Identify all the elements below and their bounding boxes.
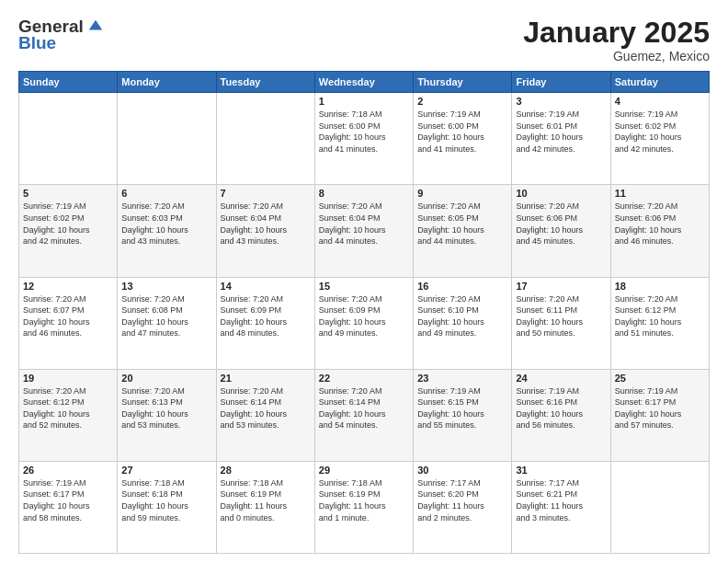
calendar-cell: 28Sunrise: 7:18 AM Sunset: 6:19 PM Dayli… bbox=[216, 461, 314, 553]
weekday-header-row: SundayMondayTuesdayWednesdayThursdayFrid… bbox=[19, 72, 710, 93]
day-info: Sunrise: 7:19 AM Sunset: 6:16 PM Dayligh… bbox=[516, 385, 606, 431]
day-info: Sunrise: 7:20 AM Sunset: 6:14 PM Dayligh… bbox=[319, 385, 409, 431]
day-number: 19 bbox=[23, 373, 113, 384]
calendar-cell: 12Sunrise: 7:20 AM Sunset: 6:07 PM Dayli… bbox=[19, 277, 118, 369]
day-info: Sunrise: 7:20 AM Sunset: 6:12 PM Dayligh… bbox=[23, 385, 113, 431]
day-info: Sunrise: 7:20 AM Sunset: 6:04 PM Dayligh… bbox=[319, 201, 409, 247]
day-number: 9 bbox=[417, 188, 507, 199]
logo-blue: Blue bbox=[18, 33, 56, 53]
day-number: 24 bbox=[516, 373, 606, 384]
calendar-cell: 5Sunrise: 7:19 AM Sunset: 6:02 PM Daylig… bbox=[19, 185, 118, 277]
day-info: Sunrise: 7:20 AM Sunset: 6:10 PM Dayligh… bbox=[417, 293, 507, 339]
day-number: 25 bbox=[615, 373, 705, 384]
day-number: 10 bbox=[516, 188, 606, 199]
day-info: Sunrise: 7:18 AM Sunset: 6:19 PM Dayligh… bbox=[221, 477, 311, 523]
calendar-cell: 14Sunrise: 7:20 AM Sunset: 6:09 PM Dayli… bbox=[216, 277, 314, 369]
day-number: 18 bbox=[615, 281, 705, 292]
day-number: 7 bbox=[221, 188, 311, 199]
day-info: Sunrise: 7:18 AM Sunset: 6:00 PM Dayligh… bbox=[319, 109, 409, 155]
day-number: 21 bbox=[221, 373, 311, 384]
calendar-cell: 2Sunrise: 7:19 AM Sunset: 6:00 PM Daylig… bbox=[414, 93, 512, 185]
day-number: 5 bbox=[23, 188, 113, 199]
calendar-cell: 13Sunrise: 7:20 AM Sunset: 6:08 PM Dayli… bbox=[118, 277, 216, 369]
day-number: 14 bbox=[221, 281, 311, 292]
calendar-cell: 24Sunrise: 7:19 AM Sunset: 6:16 PM Dayli… bbox=[512, 369, 610, 461]
weekday-header: Saturday bbox=[610, 72, 709, 93]
day-info: Sunrise: 7:20 AM Sunset: 6:11 PM Dayligh… bbox=[516, 293, 606, 339]
header: General Blue January 2025 Guemez, Mexico bbox=[18, 17, 710, 63]
day-info: Sunrise: 7:19 AM Sunset: 6:00 PM Dayligh… bbox=[417, 109, 507, 155]
calendar-cell: 25Sunrise: 7:19 AM Sunset: 6:17 PM Dayli… bbox=[610, 369, 709, 461]
day-number: 17 bbox=[516, 281, 606, 292]
calendar-cell bbox=[216, 93, 314, 185]
calendar-cell: 9Sunrise: 7:20 AM Sunset: 6:05 PM Daylig… bbox=[414, 185, 512, 277]
day-info: Sunrise: 7:20 AM Sunset: 6:06 PM Dayligh… bbox=[615, 201, 705, 247]
day-info: Sunrise: 7:18 AM Sunset: 6:18 PM Dayligh… bbox=[121, 477, 211, 523]
day-number: 20 bbox=[121, 373, 211, 384]
calendar-cell: 22Sunrise: 7:20 AM Sunset: 6:14 PM Dayli… bbox=[314, 369, 413, 461]
day-number: 13 bbox=[121, 281, 211, 292]
calendar-cell: 7Sunrise: 7:20 AM Sunset: 6:04 PM Daylig… bbox=[216, 185, 314, 277]
day-info: Sunrise: 7:19 AM Sunset: 6:15 PM Dayligh… bbox=[417, 385, 507, 431]
calendar-week-row: 19Sunrise: 7:20 AM Sunset: 6:12 PM Dayli… bbox=[19, 369, 710, 461]
day-info: Sunrise: 7:20 AM Sunset: 6:08 PM Dayligh… bbox=[121, 293, 211, 339]
calendar-cell: 27Sunrise: 7:18 AM Sunset: 6:18 PM Dayli… bbox=[118, 461, 216, 553]
day-number: 16 bbox=[417, 281, 507, 292]
day-info: Sunrise: 7:17 AM Sunset: 6:21 PM Dayligh… bbox=[516, 477, 606, 523]
day-number: 22 bbox=[319, 373, 409, 384]
day-info: Sunrise: 7:20 AM Sunset: 6:13 PM Dayligh… bbox=[121, 385, 211, 431]
day-info: Sunrise: 7:19 AM Sunset: 6:01 PM Dayligh… bbox=[516, 109, 606, 155]
calendar-week-row: 12Sunrise: 7:20 AM Sunset: 6:07 PM Dayli… bbox=[19, 277, 710, 369]
day-info: Sunrise: 7:20 AM Sunset: 6:03 PM Dayligh… bbox=[121, 201, 211, 247]
weekday-header: Thursday bbox=[414, 72, 512, 93]
svg-marker-0 bbox=[89, 20, 102, 30]
calendar-cell: 30Sunrise: 7:17 AM Sunset: 6:20 PM Dayli… bbox=[414, 461, 512, 553]
calendar-cell: 18Sunrise: 7:20 AM Sunset: 6:12 PM Dayli… bbox=[610, 277, 709, 369]
day-number: 30 bbox=[417, 465, 507, 476]
calendar-cell: 23Sunrise: 7:19 AM Sunset: 6:15 PM Dayli… bbox=[414, 369, 512, 461]
day-number: 23 bbox=[417, 373, 507, 384]
page: General Blue January 2025 Guemez, Mexico… bbox=[0, 0, 728, 563]
calendar-cell: 6Sunrise: 7:20 AM Sunset: 6:03 PM Daylig… bbox=[118, 185, 216, 277]
day-info: Sunrise: 7:19 AM Sunset: 6:17 PM Dayligh… bbox=[615, 385, 705, 431]
calendar-cell: 1Sunrise: 7:18 AM Sunset: 6:00 PM Daylig… bbox=[314, 93, 413, 185]
day-number: 28 bbox=[221, 465, 311, 476]
calendar-title: January 2025 bbox=[523, 17, 710, 49]
day-info: Sunrise: 7:19 AM Sunset: 6:17 PM Dayligh… bbox=[23, 477, 113, 523]
day-number: 4 bbox=[615, 96, 705, 107]
day-number: 2 bbox=[417, 96, 507, 107]
logo-icon bbox=[87, 18, 104, 35]
day-info: Sunrise: 7:18 AM Sunset: 6:19 PM Dayligh… bbox=[319, 477, 409, 523]
calendar-week-row: 1Sunrise: 7:18 AM Sunset: 6:00 PM Daylig… bbox=[19, 93, 710, 185]
calendar-cell: 4Sunrise: 7:19 AM Sunset: 6:02 PM Daylig… bbox=[610, 93, 709, 185]
day-info: Sunrise: 7:20 AM Sunset: 6:09 PM Dayligh… bbox=[319, 293, 409, 339]
day-number: 6 bbox=[121, 188, 211, 199]
title-block: January 2025 Guemez, Mexico bbox=[523, 17, 710, 63]
weekday-header: Wednesday bbox=[314, 72, 413, 93]
calendar-week-row: 5Sunrise: 7:19 AM Sunset: 6:02 PM Daylig… bbox=[19, 185, 710, 277]
logo: General Blue bbox=[18, 17, 104, 53]
day-info: Sunrise: 7:17 AM Sunset: 6:20 PM Dayligh… bbox=[417, 477, 507, 523]
calendar-cell: 19Sunrise: 7:20 AM Sunset: 6:12 PM Dayli… bbox=[19, 369, 118, 461]
day-number: 31 bbox=[516, 465, 606, 476]
calendar-cell: 16Sunrise: 7:20 AM Sunset: 6:10 PM Dayli… bbox=[414, 277, 512, 369]
weekday-header: Monday bbox=[118, 72, 216, 93]
day-info: Sunrise: 7:20 AM Sunset: 6:09 PM Dayligh… bbox=[221, 293, 311, 339]
day-number: 8 bbox=[319, 188, 409, 199]
calendar-cell: 29Sunrise: 7:18 AM Sunset: 6:19 PM Dayli… bbox=[314, 461, 413, 553]
day-number: 15 bbox=[319, 281, 409, 292]
calendar-cell: 3Sunrise: 7:19 AM Sunset: 6:01 PM Daylig… bbox=[512, 93, 610, 185]
calendar-cell: 15Sunrise: 7:20 AM Sunset: 6:09 PM Dayli… bbox=[314, 277, 413, 369]
day-info: Sunrise: 7:20 AM Sunset: 6:05 PM Dayligh… bbox=[417, 201, 507, 247]
calendar-cell bbox=[118, 93, 216, 185]
calendar-cell bbox=[19, 93, 118, 185]
day-info: Sunrise: 7:20 AM Sunset: 6:04 PM Dayligh… bbox=[221, 201, 311, 247]
day-number: 26 bbox=[23, 465, 113, 476]
calendar-cell: 10Sunrise: 7:20 AM Sunset: 6:06 PM Dayli… bbox=[512, 185, 610, 277]
day-info: Sunrise: 7:19 AM Sunset: 6:02 PM Dayligh… bbox=[615, 109, 705, 155]
calendar-cell: 21Sunrise: 7:20 AM Sunset: 6:14 PM Dayli… bbox=[216, 369, 314, 461]
day-info: Sunrise: 7:20 AM Sunset: 6:12 PM Dayligh… bbox=[615, 293, 705, 339]
day-number: 1 bbox=[319, 96, 409, 107]
day-info: Sunrise: 7:20 AM Sunset: 6:06 PM Dayligh… bbox=[516, 201, 606, 247]
calendar-subtitle: Guemez, Mexico bbox=[523, 49, 710, 63]
